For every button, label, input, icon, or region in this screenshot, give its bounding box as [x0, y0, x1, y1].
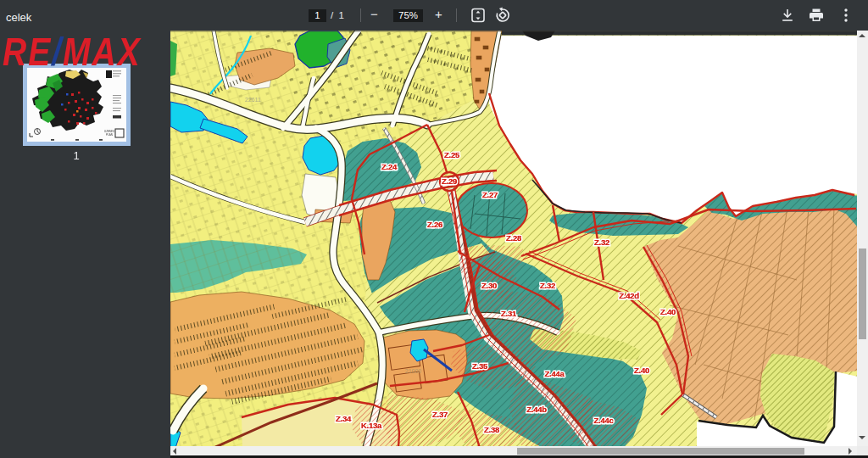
svg-text:Z.31: Z.31 — [501, 309, 517, 318]
svg-text:Z.25: Z.25 — [444, 150, 460, 159]
svg-text:Z.24: Z.24 — [381, 162, 398, 171]
svg-text:Z.44a: Z.44a — [545, 369, 565, 378]
svg-text:Z.29: Z.29 — [442, 176, 457, 186]
svg-text:PLAN: PLAN — [106, 133, 113, 137]
svg-text:Z.32: Z.32 — [594, 237, 609, 247]
svg-text:Z.26: Z.26 — [427, 220, 442, 229]
svg-text:Z.27: Z.27 — [482, 190, 498, 199]
svg-text:Z.44b: Z.44b — [526, 405, 547, 414]
svg-text:Z.28: Z.28 — [506, 233, 521, 243]
svg-text:Z.42d: Z.42d — [619, 291, 639, 300]
svg-text:Z.40: Z.40 — [634, 366, 649, 375]
svg-text:Z.40: Z.40 — [660, 307, 676, 316]
svg-text:21000: 21000 — [405, 368, 422, 374]
svg-text:K.13a: K.13a — [361, 421, 382, 430]
svg-text:Z.34: Z.34 — [336, 414, 352, 423]
svg-text:Z.30: Z.30 — [481, 281, 497, 290]
svg-text:22611: 22611 — [245, 97, 261, 103]
svg-text:Z.44c: Z.44c — [594, 416, 614, 425]
svg-text:Z.38: Z.38 — [484, 425, 499, 434]
svg-text:Z.32: Z.32 — [540, 281, 555, 290]
svg-text:Z.37: Z.37 — [432, 410, 448, 419]
svg-text:Z.35: Z.35 — [472, 361, 488, 371]
